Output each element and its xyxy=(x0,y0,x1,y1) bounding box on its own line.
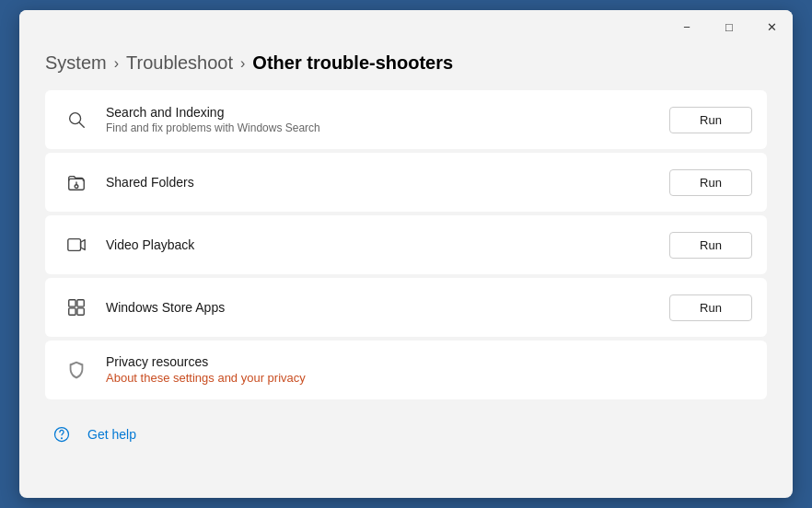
privacy-resources-item: Privacy resources About these settings a… xyxy=(45,341,767,399)
breadcrumb-sep-1: › xyxy=(114,55,119,72)
search-indexing-run-button[interactable]: Run xyxy=(669,107,752,133)
privacy-link[interactable]: About these settings and your privacy xyxy=(106,371,306,385)
svg-rect-7 xyxy=(69,300,75,306)
shared-folders-text: Shared Folders xyxy=(106,175,656,190)
items-container: Search and Indexing Find and fix problem… xyxy=(45,90,767,399)
windows-store-apps-text: Windows Store Apps xyxy=(106,300,656,315)
content-area: System › Troubleshoot › Other trouble-sh… xyxy=(19,43,793,399)
help-icon xyxy=(45,418,78,451)
search-indexing-title: Search and Indexing xyxy=(106,105,656,120)
search-icon xyxy=(60,103,93,136)
video-icon xyxy=(60,228,93,261)
breadcrumb-system[interactable]: System xyxy=(45,52,107,74)
store-icon xyxy=(60,291,93,324)
svg-point-12 xyxy=(62,438,63,439)
search-indexing-text: Search and Indexing Find and fix problem… xyxy=(106,105,656,134)
windows-store-apps-item: Windows Store Apps Run xyxy=(45,278,767,337)
privacy-title: Privacy resources xyxy=(106,354,752,369)
svg-rect-5 xyxy=(68,239,81,251)
footer: Get help xyxy=(19,403,793,466)
breadcrumb-current: Other trouble-shooters xyxy=(252,52,453,74)
svg-marker-6 xyxy=(81,240,86,250)
video-playback-run-button[interactable]: Run xyxy=(669,232,752,259)
shared-folders-icon xyxy=(60,166,93,199)
video-playback-text: Video Playback xyxy=(106,237,656,252)
breadcrumb-troubleshoot[interactable]: Troubleshoot xyxy=(126,52,233,74)
search-indexing-item: Search and Indexing Find and fix problem… xyxy=(45,90,767,149)
settings-window: − □ ✕ System › Troubleshoot › Other trou… xyxy=(19,10,793,498)
svg-rect-10 xyxy=(77,308,84,315)
search-indexing-desc: Find and fix problems with Windows Searc… xyxy=(106,121,656,134)
shared-folders-title: Shared Folders xyxy=(106,175,656,190)
windows-store-apps-run-button[interactable]: Run xyxy=(669,294,752,321)
svg-rect-9 xyxy=(69,308,75,315)
shield-icon xyxy=(60,353,93,387)
maximize-button[interactable]: □ xyxy=(708,10,750,43)
svg-rect-8 xyxy=(77,300,84,306)
breadcrumb-sep-2: › xyxy=(240,55,245,72)
video-playback-title: Video Playback xyxy=(106,237,656,252)
shared-folders-item: Shared Folders Run xyxy=(45,153,767,212)
window-controls: − □ ✕ xyxy=(666,10,793,43)
privacy-text: Privacy resources About these settings a… xyxy=(106,354,752,386)
get-help-link[interactable]: Get help xyxy=(87,427,136,442)
minimize-button[interactable]: − xyxy=(666,10,708,43)
shared-folders-run-button[interactable]: Run xyxy=(669,169,752,196)
svg-line-1 xyxy=(79,122,84,127)
video-playback-item: Video Playback Run xyxy=(45,215,767,274)
windows-store-apps-title: Windows Store Apps xyxy=(106,300,656,315)
close-button[interactable]: ✕ xyxy=(750,10,793,43)
breadcrumb: System › Troubleshoot › Other trouble-sh… xyxy=(45,43,767,90)
title-bar: − □ ✕ xyxy=(19,10,793,43)
